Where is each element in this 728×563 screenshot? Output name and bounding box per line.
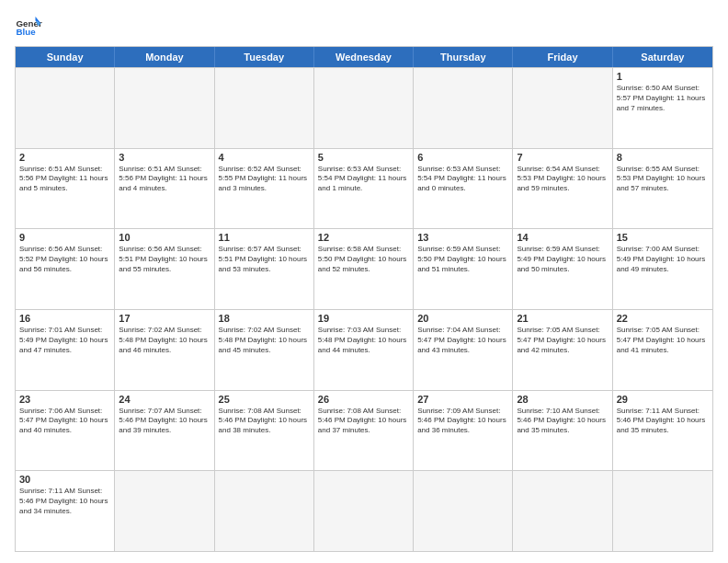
day-info: Sunrise: 6:59 AM Sunset: 5:50 PM Dayligh… bbox=[417, 245, 508, 274]
day-info: Sunrise: 7:06 AM Sunset: 5:47 PM Dayligh… bbox=[19, 407, 110, 436]
calendar-cell-r0c5 bbox=[513, 68, 612, 148]
day-number: 12 bbox=[318, 232, 409, 243]
day-info: Sunrise: 6:55 AM Sunset: 5:53 PM Dayligh… bbox=[617, 165, 709, 194]
day-number: 3 bbox=[119, 152, 210, 163]
day-number: 14 bbox=[517, 232, 608, 243]
day-number: 13 bbox=[417, 232, 508, 243]
logo-icon: General Blue bbox=[15, 11, 42, 39]
calendar-row-2: 9Sunrise: 6:56 AM Sunset: 5:52 PM Daylig… bbox=[16, 228, 712, 309]
svg-text:Blue: Blue bbox=[17, 27, 37, 37]
day-info: Sunrise: 7:07 AM Sunset: 5:46 PM Dayligh… bbox=[119, 407, 210, 436]
day-number: 8 bbox=[617, 152, 709, 163]
calendar-row-3: 16Sunrise: 7:01 AM Sunset: 5:49 PM Dayli… bbox=[16, 309, 712, 390]
calendar-cell-r4c0: 23Sunrise: 7:06 AM Sunset: 5:47 PM Dayli… bbox=[16, 391, 115, 471]
day-info: Sunrise: 7:11 AM Sunset: 5:46 PM Dayligh… bbox=[19, 487, 110, 516]
calendar-cell-r3c4: 20Sunrise: 7:04 AM Sunset: 5:47 PM Dayli… bbox=[414, 310, 513, 390]
day-number: 20 bbox=[417, 313, 508, 324]
calendar-cell-r3c3: 19Sunrise: 7:03 AM Sunset: 5:48 PM Dayli… bbox=[314, 310, 414, 390]
calendar-body: 1Sunrise: 6:50 AM Sunset: 5:57 PM Daylig… bbox=[16, 67, 712, 551]
day-info: Sunrise: 7:00 AM Sunset: 5:49 PM Dayligh… bbox=[617, 245, 709, 274]
weekday-header-thursday: Thursday bbox=[414, 47, 513, 67]
calendar-cell-r3c1: 17Sunrise: 7:02 AM Sunset: 5:48 PM Dayli… bbox=[115, 310, 214, 390]
day-number: 21 bbox=[517, 313, 608, 324]
calendar-cell-r3c2: 18Sunrise: 7:02 AM Sunset: 5:48 PM Dayli… bbox=[215, 310, 314, 390]
calendar-cell-r0c4 bbox=[414, 68, 513, 148]
calendar-cell-r2c0: 9Sunrise: 6:56 AM Sunset: 5:52 PM Daylig… bbox=[16, 229, 115, 309]
calendar-cell-r5c6 bbox=[613, 471, 712, 551]
day-info: Sunrise: 6:52 AM Sunset: 5:55 PM Dayligh… bbox=[219, 165, 310, 194]
calendar-cell-r2c5: 14Sunrise: 6:59 AM Sunset: 5:49 PM Dayli… bbox=[513, 229, 612, 309]
day-info: Sunrise: 7:03 AM Sunset: 5:48 PM Dayligh… bbox=[318, 326, 409, 355]
day-number: 22 bbox=[617, 313, 709, 324]
day-info: Sunrise: 6:53 AM Sunset: 5:54 PM Dayligh… bbox=[417, 165, 508, 194]
calendar-cell-r5c0: 30Sunrise: 7:11 AM Sunset: 5:46 PM Dayli… bbox=[16, 471, 115, 551]
day-number: 24 bbox=[119, 394, 210, 405]
calendar-cell-r2c4: 13Sunrise: 6:59 AM Sunset: 5:50 PM Dayli… bbox=[414, 229, 513, 309]
day-info: Sunrise: 7:10 AM Sunset: 5:46 PM Dayligh… bbox=[517, 407, 608, 436]
calendar-cell-r3c0: 16Sunrise: 7:01 AM Sunset: 5:49 PM Dayli… bbox=[16, 310, 115, 390]
calendar-row-5: 30Sunrise: 7:11 AM Sunset: 5:46 PM Dayli… bbox=[16, 470, 712, 551]
weekday-header-saturday: Saturday bbox=[613, 47, 712, 67]
day-info: Sunrise: 6:50 AM Sunset: 5:57 PM Dayligh… bbox=[617, 84, 709, 113]
calendar-cell-r2c2: 11Sunrise: 6:57 AM Sunset: 5:51 PM Dayli… bbox=[215, 229, 314, 309]
calendar-cell-r5c5 bbox=[513, 471, 612, 551]
day-number: 10 bbox=[119, 232, 210, 243]
calendar-cell-r2c6: 15Sunrise: 7:00 AM Sunset: 5:49 PM Dayli… bbox=[613, 229, 712, 309]
weekday-header-friday: Friday bbox=[513, 47, 612, 67]
day-number: 18 bbox=[219, 313, 310, 324]
day-info: Sunrise: 6:53 AM Sunset: 5:54 PM Dayligh… bbox=[318, 165, 409, 194]
day-info: Sunrise: 7:04 AM Sunset: 5:47 PM Dayligh… bbox=[417, 326, 508, 355]
day-number: 25 bbox=[219, 394, 310, 405]
day-number: 16 bbox=[19, 313, 110, 324]
day-number: 4 bbox=[219, 152, 310, 163]
day-number: 30 bbox=[19, 474, 110, 485]
calendar-cell-r5c3 bbox=[314, 471, 414, 551]
weekday-header-tuesday: Tuesday bbox=[215, 47, 314, 67]
calendar-cell-r0c2 bbox=[215, 68, 314, 148]
day-info: Sunrise: 6:57 AM Sunset: 5:51 PM Dayligh… bbox=[219, 245, 310, 274]
calendar-cell-r0c3 bbox=[314, 68, 414, 148]
day-number: 5 bbox=[318, 152, 409, 163]
day-number: 28 bbox=[517, 394, 608, 405]
day-number: 23 bbox=[19, 394, 110, 405]
calendar-row-1: 2Sunrise: 6:51 AM Sunset: 5:56 PM Daylig… bbox=[16, 148, 712, 229]
weekday-header-monday: Monday bbox=[115, 47, 214, 67]
calendar-row-0: 1Sunrise: 6:50 AM Sunset: 5:57 PM Daylig… bbox=[16, 67, 712, 148]
day-info: Sunrise: 7:02 AM Sunset: 5:48 PM Dayligh… bbox=[219, 326, 310, 355]
day-number: 29 bbox=[617, 394, 709, 405]
day-info: Sunrise: 7:11 AM Sunset: 5:46 PM Dayligh… bbox=[617, 407, 709, 436]
calendar-cell-r5c1 bbox=[115, 471, 214, 551]
calendar: SundayMondayTuesdayWednesdayThursdayFrid… bbox=[15, 46, 713, 552]
day-number: 9 bbox=[19, 232, 110, 243]
logo: General Blue bbox=[15, 11, 48, 39]
calendar-cell-r1c2: 4Sunrise: 6:52 AM Sunset: 5:55 PM Daylig… bbox=[215, 149, 314, 229]
day-info: Sunrise: 7:08 AM Sunset: 5:46 PM Dayligh… bbox=[219, 407, 310, 436]
calendar-cell-r4c5: 28Sunrise: 7:10 AM Sunset: 5:46 PM Dayli… bbox=[513, 391, 612, 471]
day-info: Sunrise: 6:51 AM Sunset: 5:56 PM Dayligh… bbox=[19, 165, 110, 194]
day-number: 7 bbox=[517, 152, 608, 163]
calendar-cell-r4c3: 26Sunrise: 7:08 AM Sunset: 5:46 PM Dayli… bbox=[314, 391, 414, 471]
calendar-cell-r2c3: 12Sunrise: 6:58 AM Sunset: 5:50 PM Dayli… bbox=[314, 229, 414, 309]
day-info: Sunrise: 6:51 AM Sunset: 5:56 PM Dayligh… bbox=[119, 165, 210, 194]
day-info: Sunrise: 6:56 AM Sunset: 5:51 PM Dayligh… bbox=[119, 245, 210, 274]
header: General Blue bbox=[15, 11, 713, 39]
calendar-cell-r1c4: 6Sunrise: 6:53 AM Sunset: 5:54 PM Daylig… bbox=[414, 149, 513, 229]
calendar-cell-r4c2: 25Sunrise: 7:08 AM Sunset: 5:46 PM Dayli… bbox=[215, 391, 314, 471]
calendar-cell-r2c1: 10Sunrise: 6:56 AM Sunset: 5:51 PM Dayli… bbox=[115, 229, 214, 309]
calendar-cell-r1c0: 2Sunrise: 6:51 AM Sunset: 5:56 PM Daylig… bbox=[16, 149, 115, 229]
day-info: Sunrise: 7:08 AM Sunset: 5:46 PM Dayligh… bbox=[318, 407, 409, 436]
calendar-cell-r4c1: 24Sunrise: 7:07 AM Sunset: 5:46 PM Dayli… bbox=[115, 391, 214, 471]
day-number: 26 bbox=[318, 394, 409, 405]
day-number: 11 bbox=[219, 232, 310, 243]
day-info: Sunrise: 6:59 AM Sunset: 5:49 PM Dayligh… bbox=[517, 245, 608, 274]
calendar-cell-r0c0 bbox=[16, 68, 115, 148]
calendar-header: SundayMondayTuesdayWednesdayThursdayFrid… bbox=[16, 47, 712, 67]
calendar-row-4: 23Sunrise: 7:06 AM Sunset: 5:47 PM Dayli… bbox=[16, 390, 712, 471]
calendar-cell-r1c6: 8Sunrise: 6:55 AM Sunset: 5:53 PM Daylig… bbox=[613, 149, 712, 229]
calendar-cell-r0c1 bbox=[115, 68, 214, 148]
day-info: Sunrise: 7:01 AM Sunset: 5:49 PM Dayligh… bbox=[19, 326, 110, 355]
calendar-cell-r4c6: 29Sunrise: 7:11 AM Sunset: 5:46 PM Dayli… bbox=[613, 391, 712, 471]
calendar-cell-r3c5: 21Sunrise: 7:05 AM Sunset: 5:47 PM Dayli… bbox=[513, 310, 612, 390]
day-info: Sunrise: 6:58 AM Sunset: 5:50 PM Dayligh… bbox=[318, 245, 409, 274]
day-number: 1 bbox=[617, 71, 709, 82]
